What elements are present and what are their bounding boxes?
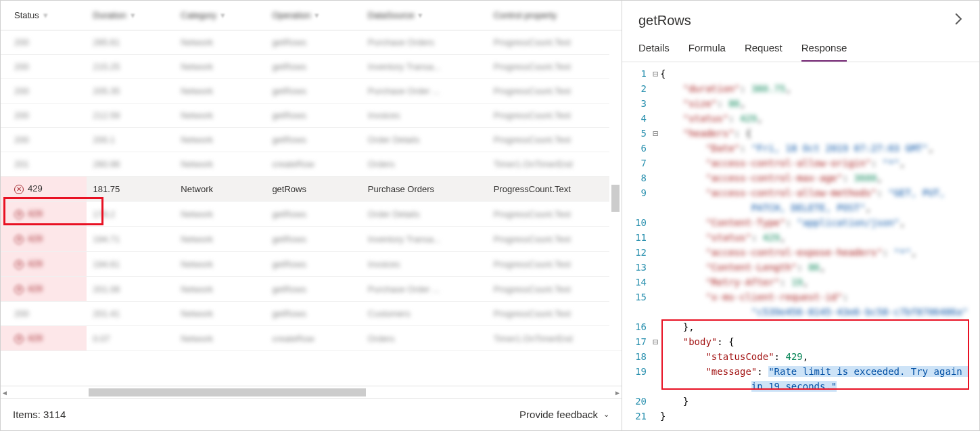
code-text: "Content-Type": "application/json", — [660, 215, 905, 230]
cell-status: 200 — [1, 55, 87, 79]
cell-control: ProgressCount.Text — [487, 104, 622, 128]
cell-duration: 205.35 — [87, 79, 174, 104]
table-row[interactable]: ✕429194.61NetworkgetRowsInvoicesProgress… — [1, 252, 622, 277]
scrollbar-thumb[interactable] — [611, 185, 620, 212]
table-row[interactable]: ✕429181.75NetworkgetRowsPurchase OrdersP… — [1, 177, 622, 202]
sort-icon: ▾ — [131, 10, 140, 20]
table-row[interactable]: ✕429201.08NetworkgetRowsPurchase Order .… — [1, 277, 622, 302]
cell-duration: 194.71 — [87, 227, 174, 252]
sort-icon: ▾ — [314, 10, 324, 20]
code-line: 18 "statusCode": 429, — [628, 349, 974, 364]
code-text: in 19 seconds." — [660, 379, 837, 394]
scrollbar-thumb[interactable] — [89, 388, 366, 396]
col-control[interactable]: Control property — [487, 1, 622, 30]
response-json[interactable]: 1⊟{2 "duration": 380.75,3 "size": 86,4 "… — [622, 62, 979, 430]
col-datasource[interactable]: DataSource▾ — [361, 1, 487, 30]
col-operation[interactable]: Operation▾ — [265, 1, 360, 30]
cell-duration: 0.07 — [87, 326, 174, 351]
table-row[interactable]: ✕429178.2NetworkgetRowsOrder DetailsProg… — [1, 202, 622, 227]
hscrollbar[interactable]: ◄ ► — [1, 386, 622, 398]
fold-icon[interactable]: ⊟ — [651, 66, 660, 81]
cell-category: Network — [174, 152, 265, 177]
detail-tabs: Details Formula Request Response — [622, 38, 979, 62]
cell-control: ProgressCount.Text — [487, 128, 622, 152]
fold-icon[interactable]: ⊟ — [651, 126, 660, 141]
cell-operation: getRows — [265, 128, 360, 152]
code-text: "status": 429, — [660, 111, 763, 126]
cell-status: ✕429 — [1, 326, 87, 351]
scroll-right-icon[interactable]: ► — [613, 386, 622, 399]
tab-request[interactable]: Request — [745, 38, 783, 62]
table-row[interactable]: 201260.98NetworkcreateRowOrdersTimer1.On… — [1, 152, 622, 177]
panel-title: getRows — [638, 13, 691, 28]
provide-feedback[interactable]: Provide feedback ⌄ — [519, 409, 609, 420]
cell-control: Timer1.OnTimerEnd — [487, 326, 622, 351]
code-text: PATCH, DELETE, POST", — [660, 200, 871, 215]
code-line: 20 } — [628, 394, 974, 409]
cell-category: Network — [174, 277, 265, 302]
chevron-right-icon[interactable] — [954, 13, 963, 28]
code-text: "Retry-After": 19, — [660, 275, 808, 290]
cell-status: ✕429 — [1, 277, 87, 302]
code-line: 13 "Content-Length": 86, — [628, 260, 974, 275]
code-line: 7 "access-control-allow-origin": "*", — [628, 156, 974, 171]
col-status[interactable]: Status▾ — [1, 1, 87, 30]
table-row[interactable]: 200205.35NetworkgetRowsPurchase Order ..… — [1, 79, 622, 104]
table-row[interactable]: 200215.25NetworkgetRowsInventory Transa.… — [1, 55, 622, 79]
cell-status: 200 — [1, 302, 87, 326]
line-number: 10 — [628, 215, 651, 230]
cell-control: ProgressCount.Text — [487, 202, 622, 227]
code-line: 14 "Retry-After": 19, — [628, 275, 974, 290]
tab-formula[interactable]: Formula — [689, 38, 726, 62]
code-line: 10 "Content-Type": "application/json", — [628, 215, 974, 230]
sort-icon: ▾ — [418, 10, 427, 20]
cell-duration: 285.61 — [87, 30, 174, 55]
tab-details[interactable]: Details — [638, 38, 670, 62]
line-number: 4 — [628, 111, 651, 126]
table-row[interactable]: 200200.1NetworkgetRowsOrder DetailsProgr… — [1, 128, 622, 152]
cell-datasource: Purchase Order ... — [361, 79, 487, 104]
line-number: 15 — [628, 290, 651, 304]
tab-response[interactable]: Response — [801, 38, 847, 62]
cell-datasource: Inventory Transa... — [361, 227, 487, 252]
scroll-left-icon[interactable]: ◄ — [1, 386, 9, 399]
col-category[interactable]: Category▾ — [174, 1, 265, 30]
vscrollbar[interactable] — [609, 43, 622, 348]
cell-operation: getRows — [265, 277, 360, 302]
cell-datasource: Invoices — [361, 252, 487, 277]
sort-icon: ▾ — [43, 10, 53, 20]
cell-control: ProgressCount.Text — [487, 79, 622, 104]
cell-control: ProgressCount.Text — [487, 177, 622, 202]
table-row[interactable]: 200285.61NetworkgetRowsPurchase OrdersPr… — [1, 30, 622, 55]
cell-operation: getRows — [265, 55, 360, 79]
cell-duration: 201.41 — [87, 302, 174, 326]
cell-operation: getRows — [265, 202, 360, 227]
table-row[interactable]: ✕429194.71NetworkgetRowsInventory Transa… — [1, 227, 622, 252]
table-footer: Items: 3114 Provide feedback ⌄ — [1, 398, 622, 430]
table-row[interactable]: 200212.59NetworkgetRowsInvoicesProgressC… — [1, 104, 622, 128]
line-number: 16 — [628, 319, 651, 334]
cell-duration: 260.98 — [87, 152, 174, 177]
table-row[interactable]: 200201.41NetworkgetRowsCustomersProgress… — [1, 302, 622, 326]
code-line: 16 }, — [628, 319, 974, 334]
sort-icon: ▾ — [220, 10, 230, 20]
code-line: in 19 seconds." — [628, 379, 974, 394]
error-icon: ✕ — [14, 334, 24, 344]
fold-icon[interactable]: ⊟ — [651, 334, 660, 349]
cell-datasource: Purchase Orders — [361, 30, 487, 55]
cell-status: ✕429 — [1, 227, 87, 252]
code-text: "c539e456-8145-43e6-bc58-c7bf8706486a" — [660, 304, 968, 319]
cell-datasource: Invoices — [361, 104, 487, 128]
cell-operation: createRow — [265, 152, 360, 177]
code-text: "Content-Length": 86, — [660, 260, 825, 275]
code-line: "c539e456-8145-43e6-bc58-c7bf8706486a" — [628, 304, 974, 319]
table-row[interactable]: ✕4290.07NetworkcreateRowOrdersTimer1.OnT… — [1, 326, 622, 351]
cell-operation: getRows — [265, 302, 360, 326]
col-duration[interactable]: Duration▾ — [87, 1, 174, 30]
cell-control: ProgressCount.Text — [487, 227, 622, 252]
code-text: "access-control-allow-origin": "*", — [660, 156, 905, 171]
code-text: }, — [660, 319, 695, 334]
code-line: 8 "access-control-max-age": 3600, — [628, 171, 974, 185]
code-text: "status": 429, — [660, 230, 785, 245]
cell-duration: 181.75 — [87, 177, 174, 202]
